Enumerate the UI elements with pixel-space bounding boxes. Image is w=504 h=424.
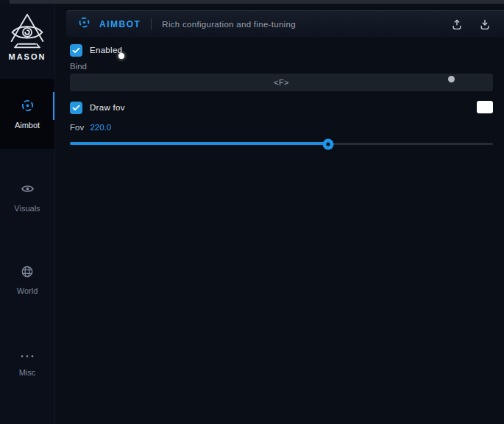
sidebar-item-aimbot[interactable]: Aimbot [0,79,54,149]
draw-fov-label: Draw fov [90,103,125,112]
enabled-checkbox[interactable] [70,44,82,57]
sidebar: MASON Aimbot [0,4,55,424]
logo-text: MASON [9,52,46,61]
bind-indicator-dot [448,76,455,82]
sidebar-item-label: Aimbot [15,121,40,130]
slider-fill [70,142,328,145]
download-icon [479,21,491,32]
main-panel: AIMBOT Rich configuration and fine-tunin… [55,4,504,424]
upload-config-button[interactable] [448,15,466,33]
check-icon [72,101,80,114]
crosshair-icon [21,99,35,116]
header-divider [151,18,152,30]
fov-slider[interactable] [70,138,493,150]
page-header: AIMBOT Rich configuration and fine-tunin… [66,10,504,37]
page-title: AIMBOT [99,19,141,29]
check-icon [72,43,80,57]
app-window: MASON Aimbot [0,0,504,424]
crosshair-icon [78,16,90,32]
bind-input[interactable]: <F> [70,74,493,91]
ellipsis-icon [20,350,35,363]
sidebar-item-label: Misc [19,368,36,377]
fov-label: Fov [70,123,84,132]
bind-label: Bind [70,62,493,71]
fov-value: 220.0 [90,123,111,132]
draw-fov-checkbox[interactable] [70,102,82,114]
page-subtitle: Rich configuration and fine-tuning [162,20,296,29]
active-indicator-bar [53,92,54,120]
download-config-button[interactable] [476,15,494,33]
enabled-label: Enabled [90,46,122,54]
logo: MASON [0,4,54,61]
pyramid-eye-icon [7,13,48,51]
fov-label-row: Fov 220.0 [70,123,493,132]
sidebar-item-label: Visuals [14,204,40,213]
draw-fov-row: Draw fov [70,101,493,114]
globe-icon [21,265,34,281]
upload-icon [451,21,463,32]
eye-icon [21,182,35,199]
bind-value: <F> [274,78,289,87]
enabled-row: Enabled [70,43,493,57]
sidebar-nav: Aimbot Visuals [0,79,54,398]
mouse-cursor-dot [118,53,124,59]
sidebar-item-visuals[interactable]: Visuals [0,162,54,232]
sidebar-item-world[interactable]: World [0,245,54,315]
sidebar-item-label: World [17,286,38,295]
fov-color-swatch[interactable] [477,101,493,113]
sidebar-item-misc[interactable]: Misc [0,328,54,398]
slider-thumb[interactable] [322,139,333,150]
